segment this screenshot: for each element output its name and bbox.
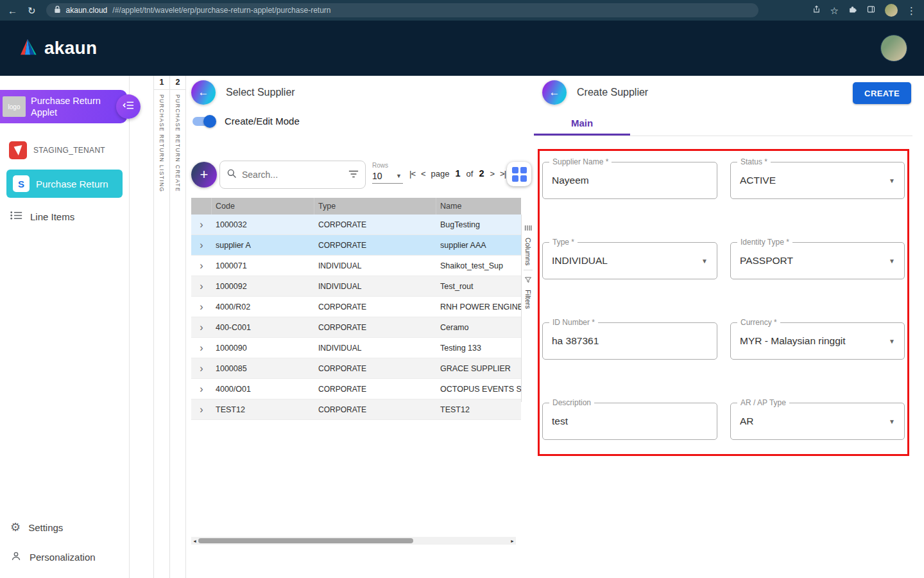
address-bar[interactable]: akaun.cloud/#/applet/tnt/wavelet/erp/pur… bbox=[46, 3, 758, 17]
row-expand-icon[interactable]: › bbox=[191, 322, 212, 333]
cell-code: supplier A bbox=[212, 241, 314, 250]
row-expand-icon[interactable]: › bbox=[191, 261, 212, 271]
browser-menu-icon[interactable]: ⋮ bbox=[907, 6, 916, 15]
currency-select[interactable]: Currency * MYR - Malaysian ringgit ▼ bbox=[730, 322, 905, 360]
back-button[interactable]: ← bbox=[191, 80, 216, 105]
row-expand-icon[interactable]: › bbox=[191, 405, 212, 415]
sidebar-item-tenant[interactable]: STAGING_TENANT bbox=[9, 141, 120, 159]
field-label: AR / AP Type bbox=[737, 398, 789, 407]
table-row[interactable]: › 1000085 CORPORATE GRACE SUPPLIER bbox=[191, 358, 521, 379]
sidebar-item-purchase-return[interactable]: S Purchase Return bbox=[6, 170, 123, 198]
side-panel-icon[interactable] bbox=[866, 4, 876, 17]
last-page-icon[interactable]: >| bbox=[500, 169, 506, 179]
filters-tab[interactable]: Filters bbox=[524, 270, 532, 313]
sidebar-item-personalization[interactable]: Personalization bbox=[10, 542, 119, 572]
user-avatar[interactable] bbox=[880, 35, 907, 62]
sidebar-collapse-button[interactable] bbox=[116, 94, 141, 119]
scrollbar-track[interactable] bbox=[198, 537, 509, 545]
create-edit-mode-toggle[interactable] bbox=[193, 117, 214, 126]
cell-name: GRACE SUPPLIER bbox=[436, 364, 521, 373]
cell-code: 1000071 bbox=[212, 261, 314, 270]
row-expand-icon[interactable]: › bbox=[191, 240, 212, 250]
rows-value: 10 bbox=[372, 171, 382, 181]
cell-code: 4000/R02 bbox=[212, 302, 314, 311]
horizontal-scrollbar[interactable]: ◄ ► bbox=[191, 537, 516, 545]
filter-list-icon[interactable] bbox=[348, 169, 359, 180]
identity-type-select[interactable]: Identity Type * PASSPORT ▼ bbox=[730, 242, 905, 279]
add-supplier-button[interactable]: + bbox=[191, 162, 217, 188]
rows-select[interactable]: 10 ▼ bbox=[372, 169, 403, 184]
supplier-name-field[interactable]: Supplier Name * Nayeem bbox=[542, 162, 717, 199]
brand: akaun bbox=[17, 37, 97, 59]
current-page: 1 bbox=[455, 168, 460, 179]
next-page-icon[interactable]: > bbox=[490, 169, 494, 179]
create-button[interactable]: CREATE bbox=[853, 82, 911, 104]
browser-reload-icon[interactable]: ↻ bbox=[28, 6, 36, 15]
search-input[interactable] bbox=[241, 169, 345, 180]
column-header-code[interactable]: Code bbox=[212, 198, 314, 215]
type-select[interactable]: Type * INDIVIDUAL ▼ bbox=[542, 242, 717, 279]
row-expand-icon[interactable]: › bbox=[191, 343, 212, 353]
row-expand-icon[interactable]: › bbox=[191, 384, 212, 394]
table-row[interactable]: › 4000/O01 CORPORATE OCTOPUS EVENTS SOLU… bbox=[191, 379, 521, 399]
row-expand-icon[interactable]: › bbox=[191, 363, 212, 374]
columns-tab[interactable]: Columns bbox=[524, 218, 532, 270]
column-header-name[interactable]: Name bbox=[436, 198, 521, 215]
table-row[interactable]: › 400-C001 CORPORATE Ceramo bbox=[191, 317, 521, 338]
row-expand-icon[interactable]: › bbox=[191, 220, 212, 230]
columns-icon bbox=[524, 223, 532, 234]
field-value: ACTIVE bbox=[740, 175, 884, 186]
workspace-tab-create[interactable]: 2 PURCHASE RETURN CREATE bbox=[169, 76, 185, 578]
grid-view-button[interactable] bbox=[507, 162, 531, 186]
extensions-puzzle-icon[interactable] bbox=[848, 4, 857, 17]
table-row[interactable]: › 1000032 CORPORATE BugTesting bbox=[191, 215, 521, 235]
table-row[interactable]: › 1000092 INDIVIDUAL Test_rout bbox=[191, 276, 521, 297]
cell-name: Ceramo bbox=[436, 323, 521, 332]
row-expand-icon[interactable]: › bbox=[191, 281, 212, 292]
table-row[interactable]: › 4000/R02 CORPORATE RNH POWER ENGINEERI… bbox=[191, 297, 521, 317]
browser-back-icon[interactable]: ← bbox=[8, 6, 17, 15]
id-number-field[interactable]: ID Number * ha 387361 bbox=[542, 322, 717, 360]
browser-profile-avatar[interactable] bbox=[885, 4, 898, 17]
personalization-label: Personalization bbox=[30, 552, 96, 563]
field-value: INDIVIDUAL bbox=[552, 255, 696, 267]
description-field[interactable]: Description test bbox=[542, 403, 717, 440]
search-icon bbox=[227, 168, 237, 181]
cell-code: 4000/O01 bbox=[212, 385, 314, 394]
akaun-logo-icon bbox=[17, 37, 38, 59]
toggle-label: Create/Edit Mode bbox=[225, 116, 300, 127]
table-row[interactable]: › TEST12 CORPORATE TEST12 bbox=[191, 399, 521, 420]
caret-down-icon: ▼ bbox=[889, 418, 895, 425]
cell-type: CORPORATE bbox=[314, 385, 436, 394]
cell-type: CORPORATE bbox=[314, 323, 436, 332]
share-icon[interactable] bbox=[812, 4, 821, 17]
back-button[interactable]: ← bbox=[542, 80, 567, 105]
first-page-icon[interactable]: |< bbox=[409, 169, 415, 179]
workspace-tab-listing[interactable]: 1 PURCHASE RETURN LISTING bbox=[153, 76, 169, 578]
sidebar-item-line-items[interactable]: Line Items bbox=[10, 211, 119, 222]
table-row[interactable]: › 1000090 INDIVIDUAL Testing 133 bbox=[191, 338, 521, 358]
brand-name: akaun bbox=[44, 38, 97, 58]
table-row[interactable]: › 1000071 INDIVIDUAL Shaikot_test_Sup bbox=[191, 256, 521, 276]
scroll-left-icon[interactable]: ◄ bbox=[191, 539, 198, 543]
tab-bar: Main bbox=[534, 112, 912, 136]
table-row[interactable]: › supplier A CORPORATE supplier AAA bbox=[191, 235, 521, 256]
scrollbar-thumb[interactable] bbox=[198, 538, 413, 543]
collapse-menu-icon bbox=[123, 101, 134, 112]
person-icon bbox=[10, 550, 22, 564]
field-value: AR bbox=[740, 416, 884, 427]
ar-ap-type-select[interactable]: AR / AP Type AR ▼ bbox=[730, 403, 905, 440]
scroll-right-icon[interactable]: ► bbox=[509, 539, 516, 543]
prev-page-icon[interactable]: < bbox=[421, 169, 425, 179]
bookmark-star-icon[interactable]: ☆ bbox=[830, 6, 839, 15]
cell-code: 1000085 bbox=[212, 364, 314, 373]
tab-main[interactable]: Main bbox=[534, 112, 630, 136]
sidebar-item-settings[interactable]: ⚙ Settings bbox=[10, 512, 119, 542]
column-header-expand bbox=[191, 198, 212, 215]
back-arrow-icon: ← bbox=[549, 86, 560, 99]
row-expand-icon[interactable]: › bbox=[191, 302, 212, 312]
column-header-type[interactable]: Type bbox=[314, 198, 436, 215]
sidebar-item-applet[interactable]: logo Purchase Return Applet bbox=[0, 90, 127, 123]
field-value: ha 387361 bbox=[552, 335, 708, 347]
status-select[interactable]: Status * ACTIVE ▼ bbox=[730, 162, 905, 199]
